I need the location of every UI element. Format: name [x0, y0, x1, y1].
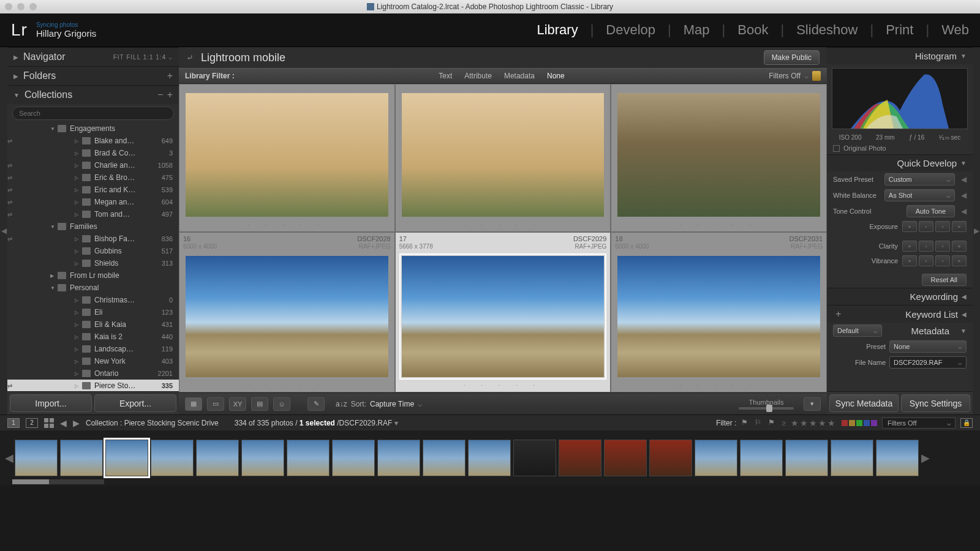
rating-filter[interactable]: ★★★★★	[791, 418, 837, 428]
filter-lock-icon[interactable]	[812, 71, 821, 81]
collection-item[interactable]: ⇄▷Tom and…497	[7, 208, 179, 220]
histogram-header[interactable]: Histogram▼	[827, 47, 973, 64]
saved-preset-dropdown[interactable]: Custom	[884, 173, 955, 186]
module-book[interactable]: Book	[737, 22, 768, 38]
minimize-window-icon[interactable]	[17, 3, 24, 10]
grid-cell[interactable]: 16DSCF2028 6000 x 4000RAF+JPEG · · · · ·	[179, 232, 395, 392]
exposure-down[interactable]: ‹	[919, 221, 933, 232]
people-view-button[interactable]: ☺	[273, 397, 290, 411]
survey-view-button[interactable]: ▤	[251, 397, 268, 411]
collection-set[interactable]: ▼Personal	[7, 282, 179, 294]
grid-cell[interactable]: · · · · ·	[611, 84, 827, 232]
section-collapse-icon[interactable]: ◀	[961, 191, 967, 200]
keywordlist-header[interactable]: +Keyword List◀	[827, 305, 973, 323]
vibrance-down-large[interactable]: «	[902, 255, 917, 266]
filter-lock-button[interactable]: 🔒	[960, 418, 973, 428]
filmstrip-thumb[interactable]	[559, 440, 601, 476]
filmstrip-thumb-selected[interactable]	[105, 440, 148, 476]
grid-view[interactable]: · · · · · · · · · · · · · · · 16DSCF2028…	[179, 84, 827, 392]
histogram[interactable]	[832, 68, 968, 129]
exposure-up-large[interactable]: »	[952, 221, 967, 232]
thumbnail[interactable]	[617, 256, 820, 377]
collection-item[interactable]: ▷Brad & Co…3	[7, 147, 179, 159]
right-panel-toggle[interactable]: ▶	[973, 47, 980, 414]
left-panel-toggle[interactable]: ◀	[0, 47, 7, 414]
clarity-down-large[interactable]: «	[902, 241, 917, 252]
collection-set[interactable]: ▼Families	[7, 220, 179, 233]
identity-plate[interactable]: Syncing photos Hillary Grigoris	[36, 21, 96, 39]
filmstrip-thumb[interactable]	[604, 440, 647, 476]
color-label-filter[interactable]	[842, 420, 877, 426]
close-window-icon[interactable]	[5, 3, 12, 10]
sort-dropdown[interactable]: Capture Time	[370, 400, 414, 408]
navigator-header[interactable]: ▶ Navigator FIT FILL 1:1 1:4 ⌵	[7, 47, 179, 66]
add-keyword-button[interactable]: +	[835, 309, 841, 320]
filter-attribute[interactable]: Attribute	[458, 72, 498, 80]
add-collection-button[interactable]: +	[167, 89, 173, 100]
filmstrip-thumb[interactable]	[60, 440, 103, 476]
back-icon[interactable]: ⤶	[186, 53, 194, 62]
grid-cell[interactable]: · · · · ·	[395, 84, 611, 232]
loupe-view-button[interactable]: ▭	[207, 397, 224, 411]
keywording-header[interactable]: Keywording◀	[827, 288, 973, 305]
thumbnail[interactable]	[186, 93, 388, 217]
nav-forward-icon[interactable]: ▶	[73, 418, 80, 428]
filter-none[interactable]: None	[541, 72, 571, 80]
grid-cell[interactable]: · · · · ·	[179, 84, 395, 232]
make-public-button[interactable]: Make Public	[764, 50, 820, 65]
filmstrip-thumb[interactable]	[423, 440, 466, 476]
quickdevelop-header[interactable]: Quick Develop▼	[827, 154, 973, 171]
thumbnail[interactable]	[617, 93, 820, 217]
exposure-up[interactable]: ›	[935, 221, 950, 232]
module-web[interactable]: Web	[941, 22, 969, 38]
filmstrip-thumb[interactable]	[695, 440, 737, 476]
filmstrip-thumb[interactable]	[15, 440, 58, 476]
thumbnail[interactable]	[402, 256, 605, 377]
toolbar-menu-button[interactable]: ▾	[804, 397, 821, 411]
collection-item-selected[interactable]: ⇄▷Pierce Sto…335	[7, 380, 179, 391]
filter-metadata[interactable]: Metadata	[498, 72, 541, 80]
sort-toggle-icon[interactable]: a↓z	[336, 400, 347, 408]
collection-set[interactable]: ▼Engagements	[7, 122, 179, 135]
collection-set[interactable]: ▶From Lr mobile	[7, 269, 179, 282]
filmstrip-scrollbar[interactable]	[12, 479, 104, 484]
auto-tone-button[interactable]: Auto Tone	[907, 205, 955, 217]
filmstrip-thumb[interactable]	[151, 440, 194, 476]
sync-metadata-button[interactable]: Sync Metadata	[829, 394, 899, 412]
zoom-window-icon[interactable]	[29, 3, 37, 10]
navigator-zoom-modes[interactable]: FIT FILL 1:1 1:4 ⌵	[113, 54, 173, 61]
module-library[interactable]: Library	[537, 22, 578, 38]
white-balance-dropdown[interactable]: As Shot	[884, 189, 955, 201]
vibrance-up-large[interactable]: »	[952, 255, 967, 266]
folders-header[interactable]: ▶ Folders +	[7, 66, 179, 85]
exposure-down-large[interactable]: «	[902, 221, 917, 232]
collection-item[interactable]: ▷Christmas…0	[7, 294, 179, 306]
filmstrip-thumb[interactable]	[287, 440, 330, 476]
clarity-up[interactable]: ›	[935, 241, 950, 252]
filename-field[interactable]: DSCF2029.RAF	[889, 356, 967, 369]
collection-item[interactable]: ⇄▷Eric and K…539	[7, 184, 179, 196]
export-button[interactable]: Export...	[94, 394, 176, 412]
collection-item[interactable]: ⇄▷Charlie an…1058	[7, 159, 179, 171]
section-collapse-icon[interactable]: ◀	[961, 207, 967, 216]
filmstrip-thumb[interactable]	[468, 440, 511, 476]
collection-item[interactable]: ▷Gubbins517	[7, 245, 179, 257]
nav-back-icon[interactable]: ◀	[60, 418, 67, 428]
collection-item[interactable]: ▷Ontario2201	[7, 367, 179, 380]
vibrance-down[interactable]: ‹	[919, 255, 933, 266]
collection-item[interactable]: ▷Kaia is 2440	[7, 331, 179, 343]
module-print[interactable]: Print	[886, 22, 913, 38]
import-button[interactable]: Import...	[10, 394, 92, 412]
clarity-down[interactable]: ‹	[919, 241, 933, 252]
vibrance-up[interactable]: ›	[935, 255, 950, 266]
module-develop[interactable]: Develop	[606, 22, 655, 38]
grid-icon[interactable]	[44, 418, 54, 428]
filmstrip-thumb[interactable]	[377, 440, 420, 476]
filters-off-dropdown[interactable]: Filters Off	[769, 72, 801, 80]
collection-item[interactable]: ▷Eli123	[7, 306, 179, 318]
remove-collection-button[interactable]: −	[157, 89, 163, 100]
second-window-button[interactable]: 2	[26, 418, 38, 428]
filmstrip-thumb[interactable]	[649, 440, 692, 476]
collections-search-input[interactable]	[12, 107, 174, 120]
collection-item[interactable]: ▷Landscap…119	[7, 343, 179, 355]
